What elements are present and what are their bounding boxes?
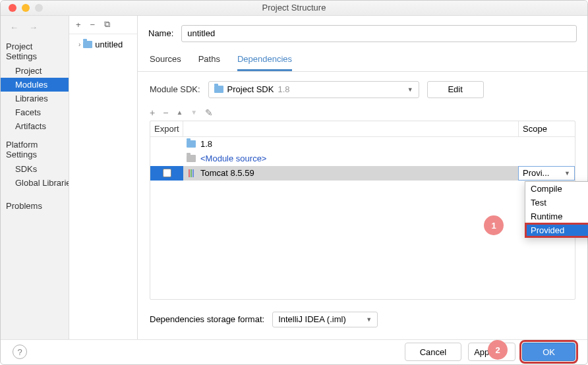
sidebar-item-modules[interactable]: Modules	[1, 78, 69, 92]
move-up-icon[interactable]: ▲	[176, 109, 183, 116]
sidebar-item-artifacts[interactable]: Artifacts	[1, 119, 69, 133]
dependencies-table: Export Scope 1.8 <Module source>	[150, 121, 575, 300]
table-row[interactable]: Tomcat 8.5.59 Provi... ▼	[150, 166, 575, 181]
sidebar-item-libraries[interactable]: Libraries	[1, 92, 69, 105]
help-icon[interactable]: ?	[13, 345, 27, 359]
forward-icon[interactable]: →	[29, 22, 38, 32]
add-module-icon[interactable]: +	[76, 20, 81, 30]
col-export: Export	[150, 121, 183, 136]
table-row[interactable]: <Module source>	[150, 152, 575, 166]
scope-option-runtime[interactable]: Runtime	[525, 210, 588, 223]
chevron-down-icon: ▼	[407, 86, 413, 93]
cancel-button[interactable]: Cancel	[405, 343, 461, 361]
dep-name: 1.8	[199, 139, 518, 149]
chevron-down-icon: ▼	[366, 316, 372, 323]
sidebar-section-project: Project Settings	[1, 39, 69, 64]
storage-format-select[interactable]: IntelliJ IDEA (.iml) ▼	[272, 312, 378, 327]
module-sdk-label: Module SDK:	[150, 84, 200, 94]
main-panel: Name: Sources Paths Dependencies Module …	[138, 16, 587, 339]
module-sdk-select[interactable]: Project SDK 1.8 ▼	[208, 81, 419, 98]
scope-option-compile[interactable]: Compile	[525, 182, 588, 196]
module-tree-item[interactable]: › untitled	[73, 38, 133, 51]
sidebar-item-problems[interactable]: Problems	[1, 199, 69, 213]
storage-format-label: Dependencies storage format:	[150, 314, 264, 324]
scope-option-test[interactable]: Test	[525, 196, 588, 210]
sdk-version: 1.8	[278, 84, 289, 94]
module-name-input[interactable]	[181, 25, 577, 42]
tab-sources[interactable]: Sources	[150, 54, 181, 71]
window-title: Project Structure	[1, 3, 587, 13]
export-checkbox[interactable]	[163, 169, 171, 177]
module-name: untitled	[95, 40, 123, 49]
table-row[interactable]: 1.8	[150, 137, 575, 152]
sidebar-item-project[interactable]: Project	[1, 64, 69, 78]
col-scope: Scope	[518, 121, 575, 136]
sdk-name: Project SDK	[227, 84, 274, 94]
folder-icon	[187, 155, 196, 162]
remove-dependency-icon[interactable]: −	[163, 107, 168, 118]
sidebar-section-platform: Platform Settings	[1, 137, 69, 162]
folder-icon	[83, 41, 92, 48]
titlebar: Project Structure	[1, 1, 587, 16]
move-down-icon[interactable]: ▼	[191, 109, 197, 116]
chevron-down-icon: ▼	[564, 170, 570, 177]
copy-module-icon[interactable]: ⧉	[104, 19, 110, 30]
name-label: Name:	[148, 28, 173, 38]
scope-select[interactable]: Provi... ▼	[518, 166, 575, 181]
sidebar-item-sdks[interactable]: SDKs	[1, 162, 69, 176]
sidebar: ← → Project Settings Project Modules Lib…	[1, 16, 69, 339]
edit-dependency-icon[interactable]: ✎	[205, 107, 213, 118]
chevron-right-icon: ›	[78, 41, 80, 48]
scope-dropdown: Compile Test Runtime Provided	[525, 181, 588, 238]
dep-name: Tomcat 8.5.59	[199, 168, 518, 178]
annotation-badge-2: 2	[488, 340, 508, 360]
sidebar-item-global-libraries[interactable]: Global Libraries	[1, 176, 69, 190]
dep-name: <Module source>	[199, 154, 518, 163]
tab-dependencies[interactable]: Dependencies	[237, 54, 292, 71]
module-list-panel: + − ⧉ › untitled	[69, 16, 138, 339]
tab-paths[interactable]: Paths	[198, 54, 220, 71]
folder-icon	[214, 86, 223, 93]
ok-button[interactable]: OK	[522, 343, 575, 361]
back-icon[interactable]: ←	[10, 22, 18, 32]
remove-module-icon[interactable]: −	[90, 20, 96, 30]
folder-icon	[187, 140, 196, 148]
add-dependency-icon[interactable]: +	[150, 107, 155, 118]
scope-option-provided[interactable]: Provided	[525, 223, 588, 237]
annotation-badge-1: 1	[484, 215, 504, 235]
edit-sdk-button[interactable]: Edit	[427, 81, 484, 98]
library-icon	[189, 169, 194, 177]
sidebar-item-facets[interactable]: Facets	[1, 105, 69, 119]
